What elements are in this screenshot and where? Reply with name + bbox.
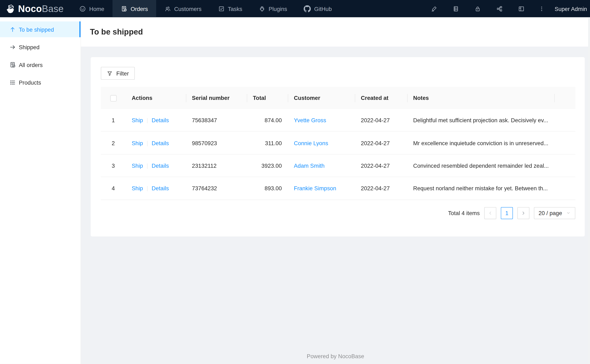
team-icon bbox=[164, 5, 171, 12]
nav-item-plugins[interactable]: Plugins bbox=[251, 0, 295, 17]
customer-link[interactable]: Connie Lyons bbox=[294, 140, 328, 146]
logo-wordmark: NocoBase bbox=[18, 3, 64, 14]
created-at-cell: 2022-04-27 bbox=[355, 162, 407, 169]
filter-button[interactable]: Filter bbox=[101, 67, 135, 80]
row-actions: ShipDetails bbox=[126, 117, 186, 124]
app-window: NocoBase Home Orders bbox=[0, 0, 590, 364]
database-icon[interactable] bbox=[451, 5, 460, 13]
serial-number-cell: 75638347 bbox=[186, 117, 247, 124]
column-header-serial-number: Serial number bbox=[186, 95, 247, 101]
sidebar-item-label: To be shipped bbox=[19, 26, 54, 32]
row-index: 4 bbox=[101, 185, 126, 192]
created-at-cell: 2022-04-27 bbox=[355, 185, 407, 192]
pagination: Total 4 items 1 20 / page bbox=[101, 207, 575, 219]
nav-item-label: Tasks bbox=[228, 5, 242, 12]
github-icon bbox=[304, 5, 311, 13]
sidebar-item-label: Products bbox=[19, 79, 41, 86]
chevron-left-icon bbox=[488, 210, 493, 215]
nav-item-label: Home bbox=[89, 5, 104, 12]
nav-item-label: Orders bbox=[131, 5, 148, 12]
total-cell: 874.00 bbox=[247, 117, 288, 124]
nocobase-logo[interactable]: NocoBase bbox=[5, 0, 64, 17]
layout-icon[interactable] bbox=[517, 5, 525, 13]
top-navbar: NocoBase Home Orders bbox=[0, 0, 590, 17]
sidebar-item-label: All orders bbox=[19, 61, 43, 68]
created-at-cell: 2022-04-27 bbox=[355, 117, 407, 124]
nav-item-home[interactable]: Home bbox=[71, 0, 113, 17]
sidebar-item-shipped[interactable]: Shipped bbox=[0, 39, 80, 55]
details-link[interactable]: Details bbox=[152, 162, 169, 169]
arrow-up-icon bbox=[9, 26, 16, 32]
details-link[interactable]: Details bbox=[152, 140, 169, 146]
total-cell: 893.00 bbox=[247, 185, 288, 192]
notes-cell: Mr excellence inquietude conviction is i… bbox=[407, 140, 554, 146]
filter-icon bbox=[107, 71, 113, 76]
page-size-select[interactable]: 20 / page bbox=[534, 207, 575, 219]
pagination-total: Total 4 items bbox=[448, 210, 480, 216]
nav-item-label: Customers bbox=[174, 5, 201, 12]
details-link[interactable]: Details bbox=[152, 185, 169, 192]
row-actions: ShipDetails bbox=[126, 162, 186, 169]
sidebar-item-to-be-shipped[interactable]: To be shipped bbox=[0, 21, 80, 37]
customer-link[interactable]: Yvette Gross bbox=[294, 117, 326, 124]
table-row: 2 ShipDetails 98570923 311.00 Connie Lyo… bbox=[101, 132, 575, 155]
pagination-next-button[interactable] bbox=[517, 207, 529, 219]
nav-item-orders[interactable]: Orders bbox=[113, 0, 156, 17]
row-actions: ShipDetails bbox=[126, 185, 186, 192]
page-size-value: 20 / page bbox=[538, 210, 562, 216]
customer-link[interactable]: Adam Smith bbox=[294, 162, 325, 169]
filter-button-label: Filter bbox=[116, 70, 129, 77]
action-divider bbox=[147, 141, 148, 146]
list-icon bbox=[9, 79, 16, 86]
file-done-icon bbox=[121, 5, 127, 12]
row-actions: ShipDetails bbox=[126, 140, 186, 146]
sidebar-item-all-orders[interactable]: All orders bbox=[0, 57, 80, 72]
column-header-customer: Customer bbox=[288, 95, 355, 101]
orders-table-block: Filter Actions Serial number Total Custo… bbox=[91, 57, 585, 236]
sidebar-item-products[interactable]: Products bbox=[0, 74, 80, 90]
sidebar: To be shipped Shipped All orders bbox=[0, 17, 81, 364]
page-header: To be shipped bbox=[81, 17, 590, 47]
more-icon[interactable] bbox=[537, 5, 546, 13]
customer-link[interactable]: Frankie Simpson bbox=[294, 185, 336, 192]
check-square-icon bbox=[218, 5, 224, 12]
bug-icon bbox=[259, 5, 265, 12]
ship-link[interactable]: Ship bbox=[132, 140, 143, 146]
details-link[interactable]: Details bbox=[152, 117, 169, 124]
table-row: 4 ShipDetails 73764232 893.00 Frankie Si… bbox=[101, 177, 575, 200]
table-row: 1 ShipDetails 75638347 874.00 Yvette Gro… bbox=[101, 109, 575, 132]
pagination-prev-button[interactable] bbox=[484, 207, 496, 219]
notes-cell: Request norland neither mistake for yet.… bbox=[407, 185, 554, 192]
nav-item-label: Plugins bbox=[269, 5, 287, 12]
nav-item-customers[interactable]: Customers bbox=[156, 0, 210, 17]
smiley-icon bbox=[80, 5, 86, 12]
row-index: 1 bbox=[101, 117, 126, 124]
file-done-icon bbox=[9, 61, 16, 68]
ship-link[interactable]: Ship bbox=[132, 162, 143, 169]
page-title: To be shipped bbox=[90, 27, 143, 37]
user-menu[interactable]: Super Admin bbox=[555, 5, 587, 12]
navbar-right: Super Admin bbox=[423, 0, 590, 17]
window-scrollbar[interactable] bbox=[588, 17, 590, 364]
arrow-right-icon bbox=[9, 44, 16, 50]
serial-number-cell: 98570923 bbox=[186, 140, 247, 146]
serial-number-cell: 23132112 bbox=[186, 162, 247, 169]
highlighter-icon[interactable] bbox=[430, 5, 438, 13]
select-all-checkbox[interactable] bbox=[110, 95, 117, 101]
orders-table: Actions Serial number Total Customer Cre… bbox=[101, 87, 575, 200]
ship-link[interactable]: Ship bbox=[132, 185, 143, 192]
action-divider bbox=[147, 164, 148, 169]
action-divider bbox=[147, 118, 148, 123]
column-header-actions: Actions bbox=[126, 95, 186, 101]
column-header-notes: Notes bbox=[407, 95, 554, 101]
nav-item-github[interactable]: GitHub bbox=[295, 0, 340, 17]
ship-link[interactable]: Ship bbox=[132, 117, 143, 124]
lock-icon[interactable] bbox=[473, 5, 482, 13]
pagination-page-1[interactable]: 1 bbox=[501, 207, 513, 219]
column-header-total: Total bbox=[247, 95, 288, 101]
notes-cell: Delightful met sufficient projection ask… bbox=[407, 117, 554, 124]
apartment-icon[interactable] bbox=[495, 5, 504, 13]
nav-item-tasks[interactable]: Tasks bbox=[210, 0, 251, 17]
nocobase-logo-icon bbox=[5, 4, 15, 14]
column-header-created-at: Created at bbox=[355, 95, 407, 101]
